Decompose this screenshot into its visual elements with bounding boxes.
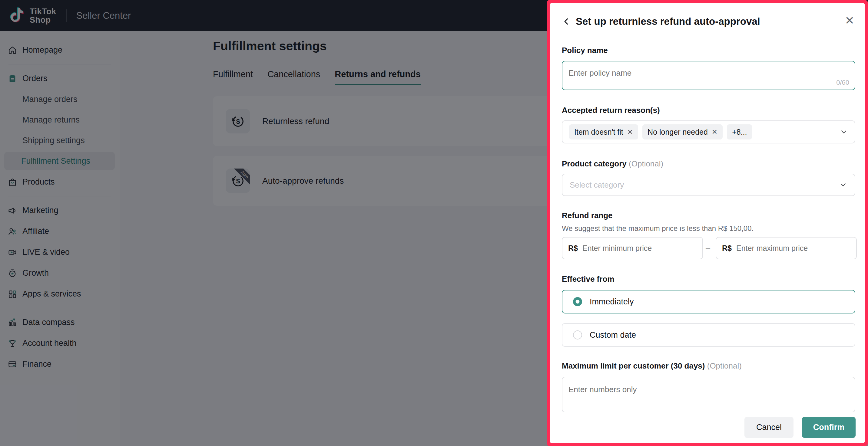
min-price-input[interactable] xyxy=(582,244,696,253)
close-icon[interactable]: ✕ xyxy=(845,15,855,26)
radio-unchecked-icon[interactable] xyxy=(573,330,582,340)
chip-remove-icon[interactable]: ✕ xyxy=(712,128,717,136)
optional-tag: (Optional) xyxy=(707,361,742,370)
reason-chip-label: Item doesn't fit xyxy=(574,128,623,136)
max-limit-label: Maximum limit per customer (30 days) (Op… xyxy=(562,361,742,371)
chevron-down-icon xyxy=(840,128,848,136)
return-reasons-label: Accepted return reason(s) xyxy=(562,106,660,115)
policy-name-input[interactable] xyxy=(568,66,847,79)
panel-footer: Cancel Confirm xyxy=(550,412,865,443)
effective-option-immediately[interactable]: Immediately xyxy=(562,290,855,313)
cancel-button[interactable]: Cancel xyxy=(744,417,794,438)
return-reasons-multiselect[interactable]: Item doesn't fit ✕ No longer needed ✕ +8… xyxy=(562,121,855,143)
annotation-highlight: Set up returnless refund auto-approval ✕… xyxy=(547,0,868,446)
refund-range-label: Refund range xyxy=(562,211,613,220)
refund-range-helper: We suggest that the maximum price is les… xyxy=(562,224,753,233)
setup-returnless-refund-panel: Set up returnless refund auto-approval ✕… xyxy=(550,3,865,443)
optional-tag: (Optional) xyxy=(629,159,663,168)
reason-chip: No longer needed ✕ xyxy=(642,124,723,139)
option-label: Immediately xyxy=(590,297,634,307)
select-placeholder: Select category xyxy=(570,180,624,190)
chip-remove-icon[interactable]: ✕ xyxy=(627,128,633,136)
max-limit-field xyxy=(562,377,855,412)
reason-chip-more: +8... xyxy=(727,124,752,139)
char-counter: 0/60 xyxy=(836,79,849,87)
chevron-down-icon xyxy=(839,181,847,189)
panel-header: Set up returnless refund auto-approval xyxy=(562,16,760,27)
page: TikTok Shop Seller Center Homepage xyxy=(0,0,868,446)
max-price-field: R$ xyxy=(716,237,857,259)
policy-name-label: Policy name xyxy=(562,46,608,55)
confirm-button[interactable]: Confirm xyxy=(802,417,856,438)
panel-title: Set up returnless refund auto-approval xyxy=(576,16,760,27)
reason-chip-label: No longer needed xyxy=(648,128,708,136)
currency-prefix: R$ xyxy=(722,244,732,253)
reason-chip: Item doesn't fit ✕ xyxy=(569,124,638,139)
effective-from-label: Effective from xyxy=(562,274,614,284)
max-price-input[interactable] xyxy=(736,244,850,253)
currency-prefix: R$ xyxy=(568,244,578,253)
product-category-select[interactable]: Select category xyxy=(562,174,855,196)
product-category-label: Product category (Optional) xyxy=(562,159,663,169)
back-icon[interactable] xyxy=(562,17,571,26)
max-limit-input[interactable] xyxy=(568,383,847,396)
radio-checked-icon[interactable] xyxy=(573,297,582,307)
effective-option-custom-date[interactable]: Custom date xyxy=(562,323,855,347)
range-separator: – xyxy=(706,244,710,253)
policy-name-field: 0/60 xyxy=(562,61,855,90)
min-price-field: R$ xyxy=(562,237,703,259)
option-label: Custom date xyxy=(590,331,636,340)
reason-chip-label: +8... xyxy=(732,128,747,136)
